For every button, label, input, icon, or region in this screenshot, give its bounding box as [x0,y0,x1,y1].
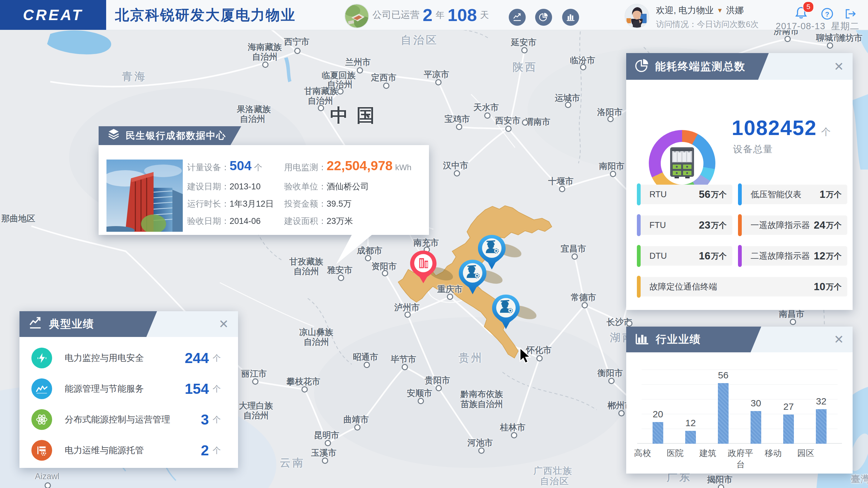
city-dot [382,270,388,276]
map-label: 贵州 [459,351,484,365]
company-photo-avatar [344,4,369,28]
operation-years: 2 [423,5,432,25]
city-dot [827,42,833,49]
map-label: 那曲地区 [1,213,35,224]
device-value: 1 [819,188,825,200]
bar-chart-icon [635,331,650,347]
nav-trend-icon[interactable] [509,9,526,26]
popup-field: 验收日期：2014-06 [187,215,284,227]
logout-icon[interactable] [843,7,857,22]
device-total-unit: 个 [821,126,831,139]
city-dot [582,302,588,308]
map-label: 自治州 [293,266,319,277]
help-icon[interactable]: ? [820,7,834,22]
achievement-label: 电力监控与用电安全 [65,352,171,364]
map-label: 延安市 [511,37,537,48]
achievements-panel-close-button[interactable]: ✕ [219,318,228,330]
city-dot [536,355,542,361]
device-label: DTU [649,251,699,261]
map-label: 臺灣 [851,473,868,486]
achievement-unit: 个 [213,445,221,456]
bar-slot: 30 [740,355,772,444]
city-dot [364,362,370,368]
dashboard-root: 中国青海陕西湖北湖南贵州云南广东自治区广西壮族自治区臺灣西宁市海南藏族自治州兰州… [0,0,868,488]
bar-slot: 32 [805,355,838,444]
logo[interactable]: CREAT [0,0,106,30]
datacenter-info-popup: 民生银行成都数据中心 [99,145,429,235]
city-dot [521,47,528,53]
chevron-down-icon[interactable]: ▼ [717,7,723,14]
city-dot [626,320,632,327]
achievement-value: 2 [171,442,209,459]
map-label: 苗族自治州 [461,398,503,410]
device-row: 低压智能仪表 1 万个 [739,185,847,204]
nav-bar-icon[interactable] [562,9,579,26]
city-dot [456,124,462,130]
bar-slot: 56 [707,355,740,444]
industry-panel-close-button[interactable]: ✕ [834,334,844,345]
popup-field: 建设面积：23万米 [284,215,426,227]
map-label: 安顺市 [407,388,432,399]
city-dot [511,432,517,438]
device-total-label: 设备总量 [733,143,773,156]
map-label: 云南 [280,456,305,470]
map-label: 自治州 [243,410,269,421]
city-dot [252,378,258,385]
device-row: 二遥故障指示器 12 万个 [739,246,847,266]
city-dot [318,105,324,111]
operation-prefix: 公司已运营 [372,8,420,21]
city-dot [607,116,614,122]
city-dot [454,170,460,177]
user-avatar[interactable] [625,4,649,28]
city-dot [44,482,51,488]
bar-slot: 27 [772,355,805,444]
map-label: 毕节市 [391,354,416,365]
meter-device-icon [669,147,695,180]
device-unit: 万个 [826,251,842,261]
achievement-row: 电力监控与用电安全 244 个 [20,343,238,373]
device-value: 23 [699,219,710,231]
atom-icon [31,409,52,430]
lightning-icon [31,347,52,368]
city-dot [505,126,512,132]
bar [816,409,827,444]
map-label: 西宁市 [284,36,310,48]
user-name[interactable]: 洪娜 [726,4,744,16]
lake-qinghai [47,30,111,55]
map-label: 河池市 [468,437,493,449]
city-dot [402,364,408,370]
city-dot [522,119,528,126]
city-dot [322,458,328,464]
bar-category-label: 医院 [659,448,691,470]
device-label: FTU [649,220,699,230]
device-row: FTU 23 万个 [638,215,732,235]
popup-field: 投资金额：39.5万 [284,198,426,210]
city-dot [580,64,586,70]
map-pin-worker-3[interactable] [491,293,521,332]
notification-badge: 5 [803,1,814,12]
device-list: RTU 56 万个 低压智能仪表 1 万个 FTU 23 万个 一遥故障指示器 … [638,185,847,297]
wave-icon [31,378,52,399]
achievement-label: 能源管理与节能服务 [65,383,171,395]
map-label: 丽江市 [242,368,267,379]
popup-field: 运行时长：1年3月12日 [187,198,284,210]
industry-panel-banner: 行业业绩 [626,327,761,352]
city-dot [354,424,361,430]
achievement-unit: 个 [213,353,221,364]
device-unit: 万个 [826,189,842,200]
device-unit: 万个 [826,282,842,292]
popup-title: 民生银行成都数据中心 [126,129,226,142]
map-pin-datacenter[interactable] [409,249,438,286]
map-label: 自治区 [401,33,438,48]
welcome-text: 欢迎, 电力物业 [656,4,714,16]
nav-pie-icon[interactable] [535,9,552,26]
city-dot [571,253,578,260]
city-dot [478,448,485,454]
top-header: CREAT 北京科锐研发大厦电力物业 公司已运营 2 年 108 天 [0,0,868,30]
device-total-value: 1082452 [732,116,817,140]
ops-icon [31,440,52,461]
terminal-panel-close-button[interactable]: ✕ [834,61,844,72]
map-pin-worker-2[interactable] [458,258,488,297]
popup-banner: 民生银行成都数据中心 [99,126,241,145]
city-dot [357,67,363,73]
